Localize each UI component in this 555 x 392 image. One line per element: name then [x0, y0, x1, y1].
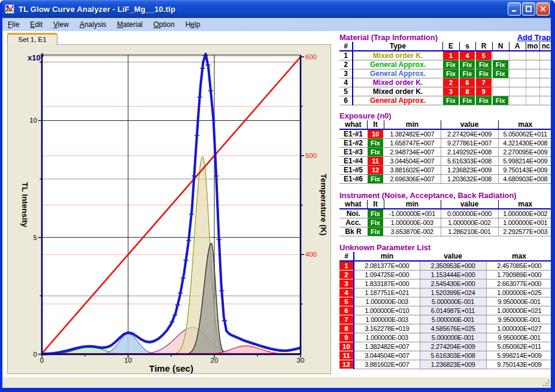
it-cell[interactable]: Fix: [367, 209, 384, 218]
max-value: 1.000000E+025: [486, 288, 552, 297]
trap-param-cell[interactable]: 4: [459, 51, 475, 60]
glow-curve-plot[interactable]: 01020300510400500600Time (sec)TL Intensi…: [8, 45, 330, 373]
trap-param-cell[interactable]: 5: [475, 51, 492, 60]
fix-badge[interactable]: Fix: [476, 69, 492, 78]
trap-param-cell[interactable]: 1: [442, 51, 459, 60]
fix-badge[interactable]: Fix: [368, 209, 383, 218]
menu-item-option[interactable]: Option: [148, 19, 180, 30]
fix-badge[interactable]: Fix: [368, 139, 383, 147]
fix-badge[interactable]: Fix: [368, 175, 383, 183]
trap-param-cell[interactable]: 8: [459, 87, 475, 96]
trap-param-cell[interactable]: Fix: [475, 60, 492, 69]
it-cell[interactable]: Fix: [367, 139, 384, 148]
it-cell[interactable]: 11: [367, 157, 384, 166]
max-value: 2.457085E+000: [486, 261, 552, 270]
it-cell[interactable]: Fix: [367, 218, 384, 227]
min-value: 3.653870E-002: [384, 227, 441, 236]
min-value: 1.000000E-003: [354, 333, 420, 342]
trap-param-cell: [539, 51, 552, 60]
it-cell[interactable]: Fix: [367, 148, 384, 157]
trap-param-cell[interactable]: Fix: [492, 60, 509, 69]
max-value: 4.321430E+008: [498, 139, 552, 148]
tab-set1-e1[interactable]: Set 1, E1: [7, 33, 57, 45]
fix-badge[interactable]: Fix: [493, 69, 508, 78]
fix-badge[interactable]: Fix: [493, 96, 508, 105]
trap-row-3: 3General Approx.FixFixFixFix: [339, 69, 552, 78]
min-value: 1.382482E+007: [354, 342, 420, 351]
fix-badge[interactable]: Fix: [460, 60, 475, 69]
current-value: 2.350953E+000: [420, 261, 486, 270]
fix-badge[interactable]: Fix: [443, 60, 459, 69]
fix-badge[interactable]: Fix: [476, 60, 492, 69]
trap-param-cell[interactable]: Fix: [492, 69, 509, 78]
it-cell[interactable]: Fix: [367, 175, 384, 184]
menu-item-analysis[interactable]: Analysis: [74, 19, 112, 30]
trap-param-cell[interactable]: 6: [459, 78, 475, 87]
trap-param-cell[interactable]: Fix: [442, 69, 459, 78]
trap-param-cell[interactable]: Fix: [459, 69, 475, 78]
trap-param-cell[interactable]: Fix: [442, 96, 459, 105]
it-cell[interactable]: 10: [367, 129, 384, 139]
fit-index-badge[interactable]: 3: [443, 87, 459, 96]
unknown-param-row-7: 71.000000E-0035.000000E-0019.950000E-001: [339, 315, 552, 324]
fit-index-badge[interactable]: 2: [443, 78, 459, 87]
maximize-button[interactable]: [522, 2, 535, 16]
fit-index-badge[interactable]: 8: [460, 87, 475, 96]
menu-item-view[interactable]: View: [48, 19, 74, 30]
current-value: 6.014987E+011: [420, 306, 486, 315]
trap-param-cell[interactable]: Fix: [459, 96, 475, 105]
menu-item-help[interactable]: Help: [180, 19, 206, 30]
trap-param-cell[interactable]: Fix: [475, 96, 492, 105]
close-button[interactable]: [536, 2, 550, 16]
trap-type[interactable]: Mixed order K.: [353, 87, 442, 96]
fix-badge[interactable]: Fix: [493, 60, 508, 69]
menu-item-file[interactable]: File: [2, 19, 25, 30]
trap-param-cell: [539, 60, 552, 69]
trap-type[interactable]: General Approx.: [353, 69, 442, 78]
fit-index-badge[interactable]: 10: [368, 130, 383, 138]
trap-param-cell[interactable]: Fix: [459, 60, 475, 69]
fit-index-badge[interactable]: 1: [443, 51, 459, 60]
fit-index-badge[interactable]: 12: [368, 166, 383, 174]
trap-param-cell[interactable]: 9: [475, 87, 492, 96]
fix-badge[interactable]: Fix: [368, 227, 383, 236]
trap-param-cell[interactable]: 7: [475, 78, 492, 87]
current-value: 2.545430E+000: [420, 279, 486, 288]
fit-index-badge[interactable]: 11: [368, 157, 383, 165]
fix-badge[interactable]: Fix: [443, 96, 459, 105]
unknown-param-row-5: 51.000000E-0035.000000E-0019.950000E-001: [339, 297, 552, 306]
fix-badge[interactable]: Fix: [460, 69, 475, 78]
trap-param-cell: [539, 87, 552, 96]
fit-index-badge[interactable]: 5: [476, 51, 492, 60]
it-cell[interactable]: Fix: [367, 227, 384, 236]
minimize-button[interactable]: [508, 2, 521, 16]
trap-number: 6: [339, 96, 353, 105]
trap-param-cell[interactable]: Fix: [475, 69, 492, 78]
trap-param-cell[interactable]: 3: [442, 87, 459, 96]
fit-index-badge[interactable]: 4: [460, 51, 475, 60]
fit-index-badge[interactable]: 7: [476, 78, 492, 87]
trap-type[interactable]: General Approx.: [353, 60, 442, 69]
menu-item-material[interactable]: Material: [112, 19, 148, 30]
min-value: 2.081377E+000: [354, 261, 420, 270]
it-cell[interactable]: 12: [367, 166, 384, 175]
row-label: E1-#1: [339, 129, 367, 139]
fix-badge[interactable]: Fix: [460, 96, 475, 105]
fix-badge[interactable]: Fix: [368, 148, 383, 156]
fix-badge[interactable]: Fix: [368, 218, 383, 227]
trap-type[interactable]: General Approx.: [353, 96, 442, 105]
min-value: 1.000000E-003: [354, 315, 420, 324]
material-header-nc: nc: [539, 42, 552, 51]
add-trap-link[interactable]: Add Trap: [517, 33, 551, 42]
trap-param-cell[interactable]: Fix: [442, 60, 459, 69]
trap-param-cell[interactable]: Fix: [492, 96, 509, 105]
trap-type[interactable]: Mixed order K.: [353, 51, 442, 60]
trap-param-cell[interactable]: 2: [442, 78, 459, 87]
resize-grip[interactable]: [542, 379, 550, 387]
fix-badge[interactable]: Fix: [476, 96, 492, 105]
fit-index-badge[interactable]: 6: [460, 78, 475, 87]
fit-index-badge[interactable]: 9: [476, 87, 492, 96]
fix-badge[interactable]: Fix: [443, 69, 459, 78]
menu-item-edit[interactable]: Edit: [25, 19, 48, 30]
trap-type[interactable]: Mixed order K.: [353, 78, 442, 87]
